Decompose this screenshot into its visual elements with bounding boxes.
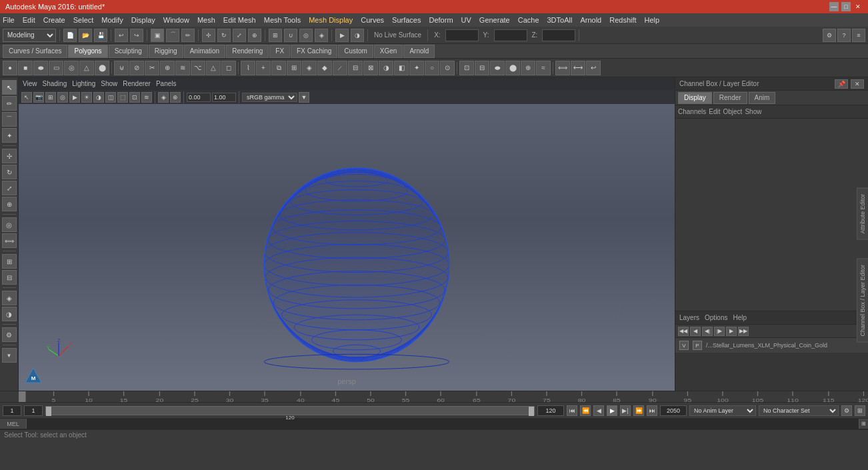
timeline-ruler[interactable]: 5 10 15 20 25 30 35 40 [19, 391, 868, 402]
vp-x-input[interactable] [187, 93, 211, 102]
menu-deform[interactable]: Deform [429, 16, 453, 24]
split-button[interactable]: ⟋ [333, 61, 347, 75]
snap-grid-button[interactable]: ⊞ [269, 29, 282, 42]
help-menu[interactable]: Help [733, 314, 747, 321]
prev-frame-button[interactable]: ◀ [593, 405, 604, 416]
settings-button[interactable]: ⚙ [823, 29, 836, 42]
next-key-button[interactable]: ⏩ [633, 405, 644, 416]
playback-extra-btn[interactable]: ⊞ [855, 405, 865, 416]
tab-rigging[interactable]: Rigging [149, 45, 183, 58]
offset-loop-button[interactable]: ⊠ [363, 61, 378, 75]
isolate-select-button[interactable]: ◈ [2, 291, 17, 305]
extract-button[interactable]: ✂ [145, 61, 159, 75]
script-editor-button[interactable]: ⊞ [859, 419, 868, 429]
rp-close-button[interactable]: ✕ [851, 79, 864, 89]
plane-button[interactable]: ▭ [49, 61, 63, 75]
vp-grid-btn[interactable]: ⊞ [45, 92, 56, 103]
options-menu[interactable]: Options [705, 314, 727, 321]
cube-button[interactable]: ■ [18, 61, 33, 75]
shelf-button[interactable]: ≡ [852, 29, 865, 42]
layer-v-box[interactable]: V [679, 341, 689, 350]
insert-loop-button[interactable]: ⊟ [348, 61, 363, 75]
menu-redshift[interactable]: Redshift [609, 16, 636, 24]
tab-xgen[interactable]: XGen [374, 45, 403, 58]
menu-file[interactable]: File [3, 16, 15, 24]
hide-manip-button[interactable]: ⊟ [2, 270, 17, 285]
rp-tab-render[interactable]: Render [713, 92, 747, 104]
tab-fx-caching[interactable]: FX Caching [291, 45, 337, 58]
average-button[interactable]: ⌥ [191, 61, 205, 75]
auto-proj-button[interactable]: ⊕ [521, 61, 535, 75]
menu-3dtoll[interactable]: 3DToAll [547, 16, 573, 24]
collapse-button[interactable]: ◆ [317, 61, 332, 75]
prev-key-button[interactable]: ⏪ [580, 405, 591, 416]
rp-tab-anim[interactable]: Anim [749, 92, 776, 104]
next-frame-button[interactable]: ▶| [620, 405, 631, 416]
cb-menu-channels[interactable]: Channels [678, 108, 706, 115]
select-tool-button[interactable]: ↖ [2, 80, 17, 95]
attribute-editor-tab[interactable]: Attribute Editor [857, 188, 868, 240]
cylindrical-proj-button[interactable]: ⬬ [490, 61, 505, 75]
help-button[interactable]: ? [837, 29, 851, 42]
duplicate-face-button[interactable]: ⧉ [271, 61, 286, 75]
ipr-button[interactable]: ◑ [351, 29, 364, 42]
layer-item[interactable]: V P /...Stellar_Lumens_XLM_Physical_Coin… [675, 338, 868, 353]
rotate-tool-button2[interactable]: ↻ [2, 165, 17, 179]
menu-uv[interactable]: UV [461, 16, 471, 24]
tab-animation[interactable]: Animation [184, 45, 225, 58]
menu-curves[interactable]: Curves [361, 16, 384, 24]
vp-camera-btn[interactable]: 📷 [33, 92, 44, 103]
uv-unwrap-button[interactable]: ⊡ [459, 61, 474, 75]
range-end-handle[interactable] [529, 407, 534, 416]
make-hole-button[interactable]: ⊙ [440, 61, 455, 75]
vp-xray-btn[interactable]: ⬚ [117, 92, 128, 103]
cb-menu-edit[interactable]: Edit [709, 108, 720, 115]
menu-window[interactable]: Window [163, 16, 189, 24]
viewport-menu-panels[interactable]: Panels [156, 80, 177, 87]
bevel-button[interactable]: ◑ [379, 61, 393, 75]
display-settings-button[interactable]: ⚙ [2, 327, 17, 342]
menu-cache[interactable]: Cache [518, 16, 539, 24]
mirror-button[interactable]: ⟺ [555, 61, 570, 75]
toggle-xray-button[interactable]: ◑ [2, 307, 17, 321]
minimize-button[interactable]: — [829, 2, 839, 11]
more-tools-button[interactable]: ▼ [2, 348, 17, 363]
menu-arnold[interactable]: Arnold [580, 16, 601, 24]
play-button[interactable]: ▶ [607, 405, 617, 416]
layer-prev-btn[interactable]: ◀ [690, 327, 701, 336]
bridge-button[interactable]: ⌇ [241, 61, 255, 75]
render-button[interactable]: ▶ [335, 29, 349, 42]
menu-create[interactable]: Create [43, 16, 65, 24]
spherical-proj-button[interactable]: ⬤ [505, 61, 520, 75]
vp-texture-btn[interactable]: ◫ [105, 92, 116, 103]
vp-snap-btn[interactable]: ◎ [57, 92, 68, 103]
torus-button[interactable]: ◎ [64, 61, 79, 75]
reverse-button[interactable]: ↩ [586, 61, 601, 75]
vp-smooth-btn[interactable]: ≋ [141, 92, 152, 103]
vp-select-btn[interactable]: ↖ [21, 92, 32, 103]
layer-scroll-left-btn[interactable]: ◀◀ [678, 327, 689, 336]
universal-manip-button[interactable]: ⊕ [248, 29, 261, 42]
transform-button[interactable]: ⊕ [2, 197, 17, 211]
planar-proj-button[interactable]: ⊟ [475, 61, 489, 75]
start-frame-input[interactable] [3, 405, 21, 416]
save-file-button[interactable]: 💾 [94, 29, 107, 42]
vp-render-btn[interactable]: ▶ [69, 92, 80, 103]
anim-end-input[interactable] [660, 405, 687, 416]
menu-modify[interactable]: Modify [101, 16, 123, 24]
layer-next-frame-btn[interactable]: |▶ [714, 327, 725, 336]
tab-rendering[interactable]: Rendering [226, 45, 269, 58]
command-input[interactable] [27, 419, 859, 429]
new-file-button[interactable]: 📄 [63, 29, 77, 42]
rp-pin-button[interactable]: 📌 [835, 79, 848, 89]
script-lang-button[interactable]: MEL [0, 419, 27, 429]
menu-display[interactable]: Display [131, 16, 155, 24]
viewport[interactable]: View Shading Lighting Show Renderer Pane… [19, 77, 675, 391]
vp-color-profile[interactable]: sRGB gamma [242, 93, 297, 102]
disk-button[interactable]: ⬤ [95, 61, 109, 75]
channel-box-layer-editor-tab[interactable]: Channel Box / Layer Editor [857, 259, 868, 343]
end-frame-input[interactable] [537, 405, 564, 416]
move-tool-button[interactable]: ✢ [202, 29, 215, 42]
sphere-button[interactable]: ● [3, 61, 17, 75]
menu-edit-mesh[interactable]: Edit Mesh [223, 16, 256, 24]
